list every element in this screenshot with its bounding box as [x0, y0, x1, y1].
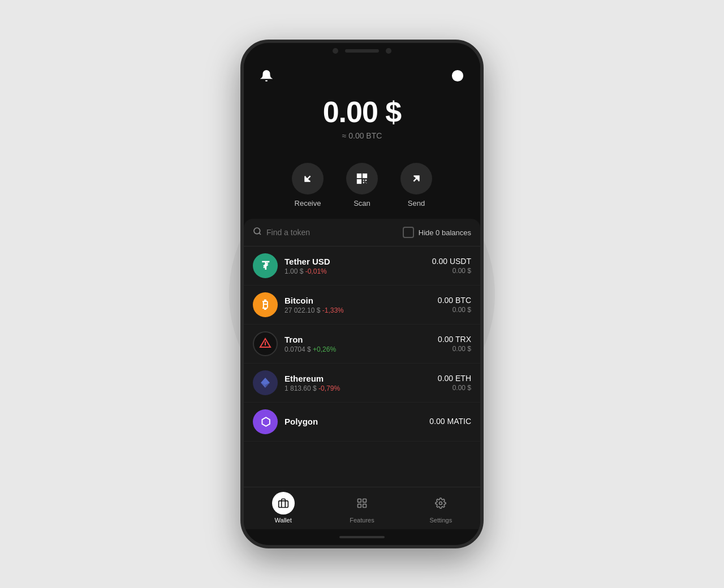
features-nav-icon [351, 492, 373, 514]
token-price-usdt: 1.00 $ -0,01% [285, 267, 432, 275]
header-icons [244, 59, 480, 89]
nav-features[interactable]: Features [322, 492, 401, 524]
svg-rect-8 [364, 175, 366, 177]
token-list-area: Hide 0 balances ₮ Tether USD 1.00 $ -0,0… [244, 219, 480, 487]
wallet-nav-icon [272, 492, 295, 514]
token-logo-usdt: ₮ [253, 253, 278, 278]
phone-camera [333, 48, 338, 54]
token-logo-trx [253, 331, 278, 356]
send-label: Send [408, 199, 425, 207]
qr-code-icon [356, 172, 368, 185]
balance-section: 0.00 $ ≈ 0.00 BTC [244, 89, 480, 154]
svg-rect-21 [357, 504, 361, 508]
token-balance-usd-usdt: 0.00 $ [432, 267, 471, 275]
search-input[interactable] [266, 228, 398, 237]
notification-button[interactable] [257, 67, 275, 85]
token-balance-trx: 0.00 TRX 0.00 $ [438, 335, 471, 353]
token-logo-btc: ₿ [253, 292, 278, 317]
arrow-down-left-icon [301, 172, 314, 185]
svg-rect-7 [359, 175, 360, 177]
svg-rect-9 [359, 181, 360, 183]
phone-bottom-bar [244, 529, 480, 545]
svg-rect-20 [363, 499, 367, 503]
bell-icon [260, 70, 273, 82]
scan-label: Scan [354, 199, 370, 207]
token-price-eth: 1 813.60 $ -0,79% [285, 384, 438, 392]
token-balance-usd-btc: 0.00 $ [438, 306, 471, 314]
token-info-btc: Bitcoin 27 022.10 $ -1,33% [285, 296, 438, 314]
clock-icon [451, 70, 464, 82]
token-balance-amount-matic: 0.00 MATIC [429, 417, 471, 426]
token-item-trx[interactable]: Tron 0.0704 $ +0,26% 0.00 TRX 0.00 $ [244, 325, 480, 364]
phone-top-bar [244, 43, 480, 59]
search-icon [253, 227, 262, 238]
token-balance-usdt: 0.00 USDT 0.00 $ [432, 257, 471, 275]
token-item-usdt[interactable]: ₮ Tether USD 1.00 $ -0,01% 0.00 USDT 0.0… [244, 247, 480, 286]
page-background: © [0, 0, 724, 588]
nav-settings[interactable]: Settings [402, 492, 480, 524]
history-button[interactable] [449, 67, 467, 85]
svg-rect-18 [278, 501, 288, 508]
token-name-trx: Tron [285, 335, 438, 344]
home-indicator [339, 536, 385, 538]
receive-icon-circle [292, 163, 324, 194]
svg-line-12 [259, 233, 261, 235]
bottom-nav: Wallet Features [244, 487, 480, 529]
token-balance-amount-btc: 0.00 BTC [438, 296, 471, 305]
token-balance-usd-eth: 0.00 $ [438, 384, 471, 392]
phone-camera-2 [386, 48, 391, 54]
features-nav-label: Features [350, 517, 374, 524]
hide-balances-checkbox[interactable] [403, 227, 414, 238]
action-buttons: Receive Scan [244, 154, 480, 219]
token-balance-amount-trx: 0.00 TRX [438, 335, 471, 344]
send-button[interactable]: Send [400, 163, 432, 207]
receive-button[interactable]: Receive [292, 163, 324, 207]
token-price-btc: 27 022.10 $ -1,33% [285, 306, 438, 314]
token-list: ₮ Tether USD 1.00 $ -0,01% 0.00 USDT 0.0… [244, 247, 480, 442]
receive-label: Receive [295, 199, 321, 207]
search-bar: Hide 0 balances [244, 219, 480, 247]
scan-button[interactable]: Scan [346, 163, 378, 207]
token-balance-btc: 0.00 BTC 0.00 $ [438, 296, 471, 314]
hide-balances-label: Hide 0 balances [419, 228, 471, 237]
arrow-up-right-icon [410, 172, 423, 185]
token-item-btc[interactable]: ₿ Bitcoin 27 022.10 $ -1,33% 0.00 BTC 0.… [244, 286, 480, 325]
svg-rect-22 [363, 504, 367, 508]
send-icon-circle [400, 163, 432, 194]
search-left [253, 227, 398, 238]
token-balance-usd-trx: 0.00 $ [438, 345, 471, 353]
token-balance-amount-eth: 0.00 ETH [438, 374, 471, 383]
balance-main-value: 0.00 $ [323, 95, 402, 129]
token-logo-matic: ⬡ [253, 409, 278, 434]
balance-btc-value: ≈ 0.00 BTC [342, 131, 382, 140]
hide-balances-toggle[interactable]: Hide 0 balances [403, 227, 471, 238]
settings-nav-label: Settings [429, 517, 452, 524]
token-name-matic: Polygon [285, 417, 429, 426]
token-name-usdt: Tether USD [285, 257, 432, 266]
phone-device: 0.00 $ ≈ 0.00 BTC Receive [240, 40, 484, 548]
svg-point-23 [439, 502, 442, 505]
scan-icon-circle [346, 163, 378, 194]
token-info-trx: Tron 0.0704 $ +0,26% [285, 335, 438, 353]
nav-wallet[interactable]: Wallet [244, 492, 322, 524]
svg-rect-19 [357, 499, 361, 503]
token-info-matic: Polygon [285, 417, 429, 427]
token-price-trx: 0.0704 $ +0,26% [285, 345, 438, 353]
token-item-matic[interactable]: ⬡ Polygon 0.00 MATIC [244, 403, 480, 442]
token-name-eth: Ethereum [285, 374, 438, 383]
phone-speaker [345, 49, 379, 53]
token-info-eth: Ethereum 1 813.60 $ -0,79% [285, 374, 438, 392]
phone-screen: 0.00 $ ≈ 0.00 BTC Receive [244, 59, 480, 529]
token-balance-eth: 0.00 ETH 0.00 $ [438, 374, 471, 392]
svg-point-11 [254, 228, 260, 234]
token-balance-matic: 0.00 MATIC [429, 417, 471, 427]
token-info-usdt: Tether USD 1.00 $ -0,01% [285, 257, 432, 275]
settings-nav-icon [429, 492, 452, 514]
token-name-btc: Bitcoin [285, 296, 438, 305]
token-logo-eth [253, 370, 278, 395]
token-item-eth[interactable]: Ethereum 1 813.60 $ -0,79% 0.00 ETH 0.00… [244, 364, 480, 403]
wallet-nav-label: Wallet [275, 517, 292, 524]
token-balance-amount-usdt: 0.00 USDT [432, 257, 471, 266]
